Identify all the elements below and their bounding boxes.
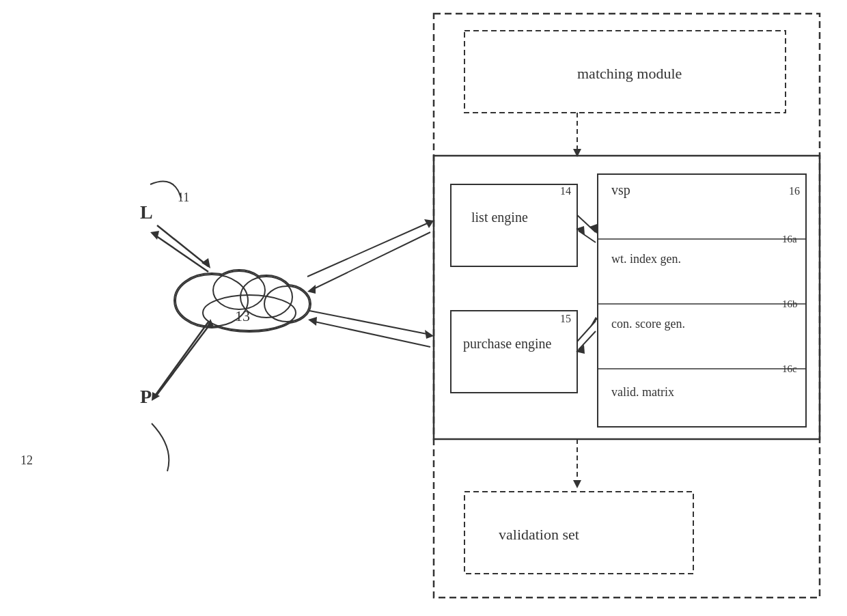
- validation-set-label: validation set: [499, 526, 579, 543]
- num-12-label: 12: [20, 453, 33, 467]
- purchase-engine-label: purchase engine: [463, 336, 552, 352]
- list-engine-label: list engine: [471, 210, 528, 225]
- con-score-gen-label: con. score gen.: [611, 317, 685, 331]
- num-15-label: 15: [560, 313, 571, 324]
- letter-P-label: P: [140, 386, 152, 407]
- num-14-label: 14: [560, 185, 571, 197]
- svg-rect-0: [0, 0, 847, 616]
- valid-matrix-label: valid. matrix: [611, 385, 674, 399]
- wt-index-gen-label: wt. index gen.: [611, 252, 681, 266]
- letter-L-label: L: [140, 201, 153, 223]
- num-16b-label: 16b: [782, 298, 798, 309]
- num-16-label: 16: [789, 185, 800, 197]
- num-16a-label: 16a: [782, 234, 797, 244]
- matching-module-label: matching module: [577, 65, 682, 82]
- cloud-number-label: 13: [235, 307, 250, 324]
- num-16c-label: 16c: [782, 363, 797, 374]
- vsp-label: vsp: [611, 182, 630, 198]
